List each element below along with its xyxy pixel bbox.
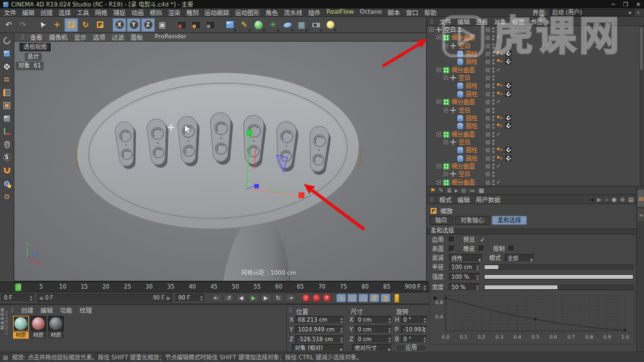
object-name[interactable]: 圆柱 [466, 155, 477, 162]
record-small-icon[interactable]: ◎ [461, 187, 466, 194]
view-label[interactable]: 透视视图 [20, 43, 51, 51]
menu-item-选择[interactable]: 选择 [59, 8, 71, 17]
texture-tag-icon[interactable] [505, 51, 511, 57]
texture-tag-icon[interactable] [505, 58, 511, 64]
visibility-dots-icon[interactable] [492, 148, 494, 153]
object-name[interactable]: 空白.1 [444, 26, 462, 34]
render-settings-icon[interactable] [204, 18, 217, 32]
gizmo-x-handle[interactable] [299, 192, 304, 198]
sds-icon[interactable] [443, 67, 449, 73]
layer-square-icon[interactable] [485, 156, 490, 161]
object-name[interactable]: 圆柱 [466, 90, 477, 98]
apply-button[interactable]: 应用 [395, 344, 427, 352]
cylinder-icon[interactable] [457, 123, 463, 129]
lock-icon[interactable]: ◉ [611, 196, 617, 203]
point-mode-icon[interactable] [1, 74, 14, 84]
pen-icon[interactable]: ✎ [438, 187, 444, 194]
coord-field-position-Y[interactable]: 1024.949 cm [295, 326, 344, 333]
menu-item-动画[interactable]: 动画 [131, 8, 144, 17]
steam-button-4[interactable] [210, 112, 233, 164]
grid-small-icon[interactable]: ▦ [479, 187, 485, 194]
goto-start-icon[interactable]: ⇤ [211, 294, 222, 302]
range-left-arrow-icon[interactable]: ◀ [38, 296, 44, 301]
enabled-checkmark-icon[interactable]: ✓ [496, 162, 501, 170]
object-name[interactable]: 细分曲面 [451, 66, 475, 74]
visibility-dots-icon[interactable] [492, 116, 494, 121]
menu-item-运动跟踪[interactable]: 运动跟踪 [204, 8, 229, 17]
om-menu-item-编辑[interactable]: 编辑 [457, 17, 470, 26]
viewport-solo-icon[interactable] [1, 139, 14, 149]
render-view-icon[interactable] [175, 18, 189, 32]
render-picture-viewer-icon[interactable] [189, 18, 203, 32]
layer-square-icon[interactable] [485, 35, 490, 40]
viewport-menu-item-过滤[interactable]: 过滤 [112, 32, 124, 42]
object-row-细分曲面[interactable]: 细分曲面✓ [427, 98, 634, 106]
preview-checkbox[interactable]: ✓ [480, 236, 485, 244]
expander-icon[interactable] [444, 75, 448, 80]
history-back-icon[interactable]: ◀ [589, 196, 594, 203]
menu-item-模拟[interactable]: 模拟 [150, 8, 162, 17]
object-row-空白[interactable]: 空白 [427, 42, 634, 50]
key-scale-icon[interactable]: □ [347, 294, 357, 302]
snap-icon[interactable]: S [1, 152, 14, 162]
menu-item-脚本[interactable]: 脚本 [388, 8, 400, 17]
lock-z-icon[interactable]: Z [141, 18, 155, 32]
next-frame-icon[interactable]: ▶ [260, 294, 271, 302]
material-item[interactable]: 材质 [13, 316, 29, 339]
menu-item-工具[interactable]: 工具 [77, 8, 89, 17]
panel-grip-icon[interactable]: ⣿ [21, 34, 23, 40]
om-menu-item-书签[interactable]: 书签 [530, 17, 543, 26]
animation-palette-icon[interactable]: ⚑ [430, 187, 435, 194]
coord-field-rotation-B[interactable]: 0 ° [401, 335, 427, 343]
light-icon[interactable] [323, 18, 337, 32]
pen-spline-icon[interactable]: ✎ [237, 18, 251, 32]
last-tool-icon[interactable] [93, 18, 107, 32]
viewport-menu-item-选项[interactable]: 选项 [93, 32, 105, 42]
tab-attributes[interactable]: ▤ [637, 190, 644, 207]
texture-tag-icon[interactable] [505, 115, 511, 121]
object-row-空白.1[interactable]: 空白.1 [427, 26, 634, 34]
phong-tag-icon[interactable] [497, 83, 502, 86]
expander-icon[interactable] [429, 27, 434, 32]
texture-tag-icon[interactable] [505, 123, 511, 129]
visibility-dots-icon[interactable] [492, 51, 494, 57]
object-row-细分曲面[interactable]: 细分曲面✓ [427, 131, 634, 138]
coord-field-position-X[interactable]: 68.213 cm [295, 316, 344, 324]
coord-system-icon[interactable]: ▣ [155, 18, 169, 32]
play-cycle-icon[interactable]: ↺ [223, 294, 234, 302]
material-thumbnail[interactable] [31, 316, 46, 331]
layer-square-icon[interactable] [485, 92, 490, 97]
object-name[interactable]: 空白 [459, 170, 470, 178]
menu-item-雕刻[interactable]: 雕刻 [186, 8, 198, 17]
timeline-zoom-slider[interactable] [394, 294, 399, 303]
cylinder-icon[interactable] [457, 83, 463, 89]
visibility-dots-icon[interactable] [492, 172, 494, 177]
position-mode-dropdown[interactable]: 对象 (相对)▼ [292, 344, 344, 352]
menu-item-插件[interactable]: 插件 [308, 8, 321, 17]
coord-field-size-Z[interactable]: 0 cm [355, 335, 392, 343]
menu-item-捕捉[interactable]: 捕捉 [113, 8, 126, 17]
layer-square-icon[interactable] [485, 140, 490, 145]
rubber-checkbox[interactable] [479, 246, 485, 252]
texture-tag-icon[interactable] [505, 83, 511, 88]
object-name[interactable]: 细分曲面 [451, 34, 475, 42]
visibility-dots-icon[interactable] [492, 59, 494, 64]
null-icon[interactable] [450, 107, 456, 113]
panel-grip-icon[interactable]: ⣿ [430, 19, 433, 24]
tab-柔和选择[interactable]: 柔和选择 [492, 216, 527, 225]
object-row-空白[interactable]: 空白 [427, 107, 634, 114]
workplane-lock-icon[interactable] [1, 178, 14, 188]
layout-icon[interactable]: ▤ [628, 196, 634, 203]
phong-tag-icon[interactable] [497, 156, 502, 159]
search-icon[interactable]: ⌕ [605, 196, 608, 203]
layer-square-icon[interactable] [485, 164, 490, 169]
camera-icon[interactable] [309, 18, 323, 32]
menu-item-创建[interactable]: 创建 [40, 8, 53, 17]
close-button[interactable]: ✕ [636, 1, 641, 8]
interface-dropdown[interactable]: 启动 (用户)▼ [550, 9, 634, 16]
visibility-dots-icon[interactable] [492, 99, 494, 105]
null-icon[interactable] [450, 139, 456, 145]
object-name[interactable]: 圆柱 [466, 146, 477, 154]
material-label[interactable]: 材质 [13, 332, 29, 339]
menu-item-Octane[interactable]: Octane [360, 8, 382, 17]
